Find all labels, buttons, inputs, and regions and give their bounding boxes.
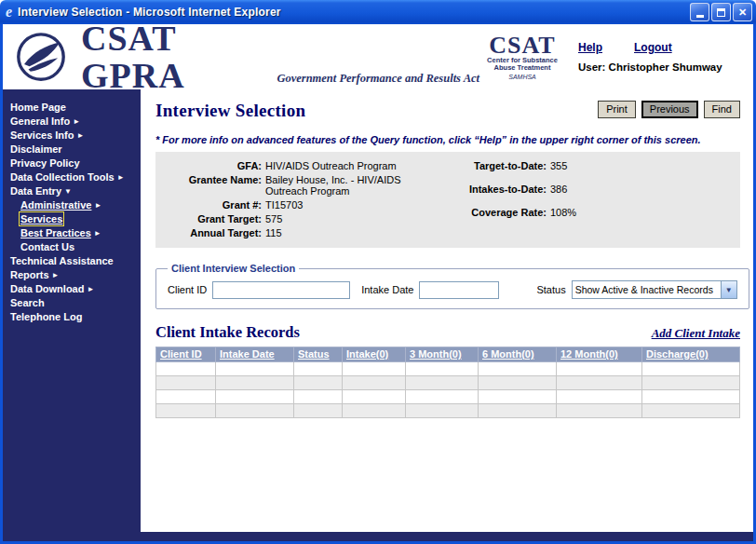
sidebar-item-reports[interactable]: Reports► (10, 268, 137, 282)
sidebar-item-data-entry[interactable]: Data Entry▼ (10, 184, 137, 198)
expand-arrow-icon: ► (52, 271, 60, 279)
grant-target-value: 575 (265, 213, 431, 224)
samhsa-label: SAMHSA (479, 74, 565, 80)
grant-info-right: Target-to-Date: 355 Intakes-to-Date: 386… (446, 160, 731, 238)
table-row (156, 362, 740, 376)
maximize-button[interactable] (711, 3, 731, 21)
csat-logo: CSAT Center for Substance Abuse Treatmen… (479, 34, 565, 80)
gfa-value: HIV/AIDS Outreach Program (265, 160, 431, 171)
brand-title: CSAT GPRA (81, 20, 265, 94)
grantee-name-value: Bailey House, Inc. - HIV/AIDS Outreach P… (265, 174, 431, 197)
column-header-intake[interactable]: Intake(0) (343, 347, 406, 362)
table-row (156, 390, 740, 404)
expand-arrow-icon: ► (117, 173, 125, 182)
brand-block: CSAT GPRA Government Performance and Res… (81, 20, 479, 94)
browser-window: e Interview Selection - Microsoft Intern… (0, 0, 756, 544)
page-action-buttons: Print Previous Find (598, 101, 740, 118)
intake-date-input[interactable] (419, 281, 499, 299)
client-id-input[interactable] (212, 281, 350, 299)
minimize-icon (696, 15, 704, 18)
window-title: Interview Selection - Microsoft Internet… (18, 6, 281, 19)
column-header-client-id[interactable]: Client ID (156, 347, 216, 362)
status-select[interactable]: Show Active & Inactive Records ▼ (572, 280, 737, 299)
coverage-rate-label: Coverage Rate: (446, 207, 547, 218)
annual-target-label: Annual Target: (167, 227, 262, 238)
expand-arrow-icon: ► (73, 117, 80, 126)
sidebar-item-data-download[interactable]: Data Download► (10, 282, 137, 296)
expand-arrow-icon: ► (76, 131, 84, 140)
window-controls: ✕ (690, 3, 752, 21)
column-header-6-month[interactable]: 6 Month(0) (479, 347, 557, 362)
print-button[interactable]: Print (598, 101, 636, 118)
help-note: * For more info on advanced features of … (155, 134, 740, 145)
sidebar-item-services-info[interactable]: Services Info► (10, 129, 137, 143)
previous-button[interactable]: Previous (641, 101, 698, 118)
add-client-intake-link[interactable]: Add Client Intake (652, 326, 740, 341)
find-button[interactable]: Find (704, 101, 740, 118)
column-header-3-month[interactable]: 3 Month(0) (406, 347, 479, 362)
sidebar-item-search[interactable]: Search (10, 296, 137, 310)
sidebar-item-telephone-log[interactable]: Telephone Log (10, 310, 137, 324)
grant-number-label: Grant #: (167, 199, 262, 211)
column-header-intake-date[interactable]: Intake Date (216, 347, 294, 362)
sidebar-item-administrative[interactable]: Administrative► (10, 198, 137, 212)
intake-date-label: Intake Date (361, 284, 413, 295)
close-button[interactable]: ✕ (733, 3, 752, 21)
main-content: Interview Selection Print Previous Find … (141, 89, 753, 532)
table-header-row: Client ID Intake Date Status Intake(0) 3… (156, 347, 740, 362)
grant-number-value: TI15703 (265, 199, 431, 211)
grantee-name-label: Grantee Name: (167, 174, 262, 197)
sidebar-item-general-info[interactable]: General Info► (10, 115, 137, 129)
table-row (156, 404, 740, 418)
maximize-icon (717, 8, 725, 17)
chevron-down-icon[interactable]: ▼ (721, 281, 736, 298)
expand-arrow-icon: ► (94, 201, 101, 210)
target-to-date-value: 355 (550, 160, 716, 171)
grant-info-left: GFA: HIV/AIDS Outreach Program Grantee N… (167, 160, 446, 238)
table-row (156, 376, 740, 390)
ie-icon: e (6, 5, 12, 20)
grant-info-panel: GFA: HIV/AIDS Outreach Program Grantee N… (155, 152, 740, 248)
app-header: CSAT GPRA Government Performance and Res… (3, 24, 753, 89)
hhs-logo (16, 32, 66, 82)
sidebar-item-data-collection-tools[interactable]: Data Collection Tools► (10, 170, 137, 184)
status-label: Status (536, 284, 565, 295)
gfa-label: GFA: (167, 160, 262, 171)
bottom-bar (3, 532, 753, 541)
sidebar-item-privacy-policy[interactable]: Privacy Policy (10, 156, 137, 170)
sidebar-item-services[interactable]: Services (10, 212, 137, 226)
client-interview-selection-fieldset: Client Interview Selection Client ID Int… (155, 263, 749, 309)
logout-link[interactable]: Logout (634, 41, 672, 54)
csat-logo-line2: Abuse Treatment (479, 64, 565, 73)
fieldset-legend: Client Interview Selection (168, 263, 299, 274)
csat-logo-acronym: CSAT (479, 34, 565, 57)
sidebar-nav: Home Page General Info► Services Info► D… (3, 89, 141, 532)
header-right: Help Logout User: Christopher Shumway (578, 41, 744, 73)
status-selected-value: Show Active & Inactive Records (573, 284, 721, 295)
client-intake-table: Client ID Intake Date Status Intake(0) 3… (155, 347, 740, 418)
minimize-button[interactable] (690, 3, 709, 21)
sidebar-item-disclaimer[interactable]: Disclaimer (10, 143, 137, 156)
help-link[interactable]: Help (578, 41, 602, 54)
records-section-title: Client Intake Records (155, 323, 300, 342)
client-id-label: Client ID (168, 284, 207, 295)
column-header-12-month[interactable]: 12 Month(0) (557, 347, 642, 362)
intakes-to-date-value: 386 (550, 184, 716, 195)
annual-target-value: 115 (265, 227, 431, 238)
column-header-status[interactable]: Status (294, 347, 343, 362)
sidebar-item-best-practices[interactable]: Best Practices► (10, 226, 137, 240)
grant-target-label: Grant Target: (167, 213, 262, 224)
expand-arrow-icon: ► (87, 285, 94, 293)
sidebar-item-technical-assistance[interactable]: Technical Assistance (10, 254, 137, 268)
sidebar-item-home-page[interactable]: Home Page (10, 101, 137, 115)
coverage-rate-value: 108% (550, 207, 716, 218)
target-to-date-label: Target-to-Date: (446, 160, 547, 171)
collapse-arrow-icon: ▼ (64, 187, 72, 196)
window-frame: CSAT GPRA Government Performance and Res… (0, 24, 756, 544)
intakes-to-date-label: Intakes-to-Date: (446, 184, 547, 195)
current-user-label: User: Christopher Shumway (578, 61, 744, 73)
expand-arrow-icon: ► (94, 229, 101, 238)
sidebar-item-contact-us[interactable]: Contact Us (10, 240, 137, 254)
column-header-discharge[interactable]: Discharge(0) (642, 347, 740, 362)
close-icon: ✕ (738, 7, 747, 18)
